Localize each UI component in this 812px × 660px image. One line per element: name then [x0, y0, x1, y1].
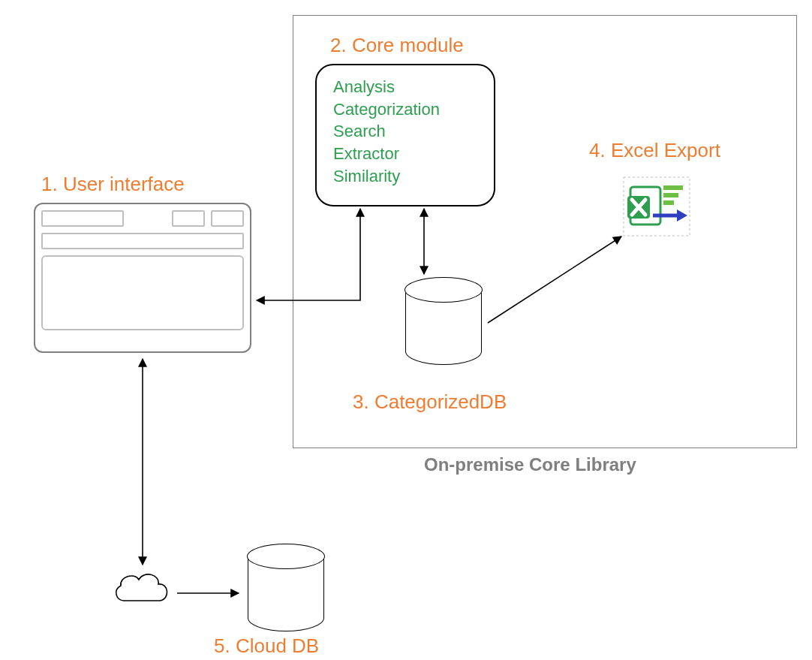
svg-line-9 [488, 237, 621, 323]
connectors [0, 0, 812, 660]
